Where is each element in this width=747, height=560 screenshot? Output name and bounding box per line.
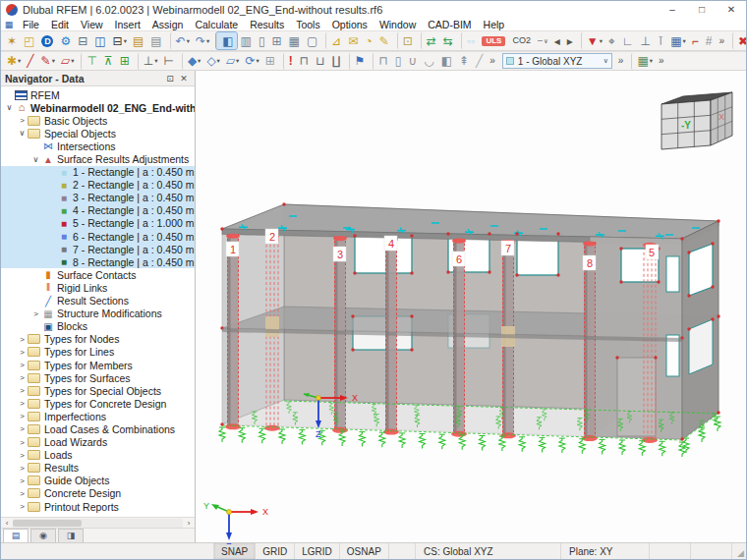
close-icon[interactable]: ✕ — [177, 74, 191, 84]
tree-expander-icon[interactable]: > — [17, 451, 28, 460]
tree-item[interactable]: > Types for Special Objects — [1, 384, 195, 397]
snap-toggle[interactable]: OSNAP — [340, 543, 389, 559]
tree-expander-icon[interactable]: > — [17, 116, 28, 125]
menu-item[interactable]: Window — [374, 19, 422, 30]
tree-item[interactable]: > Basic Objects — [1, 114, 195, 127]
toolbar-button[interactable]: ✎ — [377, 32, 392, 49]
tree-expander-icon[interactable]: > — [17, 502, 28, 511]
tree-item[interactable]: ■ 3 - Rectangle | a : 0.450 m | b : 0.45… — [1, 192, 195, 204]
toolbar-button[interactable]: ▼ ▾ — [581, 32, 604, 49]
toolbar-button[interactable]: ✉ — [346, 32, 361, 49]
tree-expander-icon[interactable]: ∨ — [17, 129, 28, 138]
scroll-left-icon[interactable]: ‹ — [1, 519, 13, 528]
toolbar-button[interactable]: ╱ — [474, 53, 486, 70]
scrollbar-thumb[interactable] — [13, 520, 82, 527]
navigator-tab[interactable]: ▤ — [3, 529, 29, 542]
toolbar-button[interactable]: ULS — [480, 32, 508, 49]
menu-item[interactable]: Tools — [290, 19, 326, 30]
menu-item[interactable]: Insert — [109, 19, 146, 30]
view-cube[interactable]: -Y X — [661, 92, 732, 149]
toolbar-button[interactable]: ⚑ — [349, 53, 369, 70]
toolbar-button[interactable]: ⇞ — [457, 53, 472, 70]
menu-item[interactable]: Help — [478, 19, 511, 30]
menu-item[interactable]: Results — [244, 19, 290, 30]
tree-item[interactable]: ▣ Blocks — [1, 320, 195, 333]
model-viewport[interactable]: 1 2 3 4 5 6 7 8 X — [196, 71, 746, 542]
tree-expander-icon[interactable]: > — [17, 361, 28, 369]
toolbar-button[interactable]: ⊔ — [314, 53, 327, 70]
tree-item[interactable]: > Types for Nodes — [1, 333, 195, 346]
tree-item[interactable]: ∨ ⌂ Webinarmodell 02_ENG_End-without res… — [1, 101, 195, 114]
tree-item[interactable]: > Types for Members — [1, 359, 195, 371]
tree-item[interactable]: ■ 6 - Rectangle | a : 0.450 m | b : 0.45… — [1, 230, 195, 243]
tree-expander-icon[interactable]: ∨ — [30, 155, 41, 164]
toolbar-button[interactable]: ▦ — [287, 32, 303, 49]
toolbar-button[interactable]: ▱ ▾ — [224, 53, 242, 70]
toolbar-button[interactable]: » — [488, 53, 498, 70]
tree-item[interactable]: ■ 7 - Rectangle | a : 0.450 m | b : 0.45… — [1, 243, 195, 255]
tree-expander-icon[interactable]: > — [17, 348, 28, 357]
tree-item[interactable]: ■ 2 - Rectangle | a : 0.450 m | b : 0.45… — [1, 179, 195, 192]
toolbar-button[interactable]: ⊢ — [161, 53, 176, 70]
tree-item[interactable]: > Concrete Design — [1, 487, 195, 500]
toolbar-button[interactable]: ▦ ▾ — [631, 53, 655, 70]
tree-item[interactable]: ∨ Special Objects — [1, 127, 195, 140]
toolbar-button[interactable]: ∪ — [406, 53, 420, 70]
tree-item[interactable]: > Types for Concrete Design — [1, 397, 195, 410]
menu-item[interactable]: Assign — [146, 19, 190, 30]
toolbar-button[interactable]: » — [616, 53, 627, 70]
menu-item[interactable]: Edit — [45, 19, 75, 30]
toolbar-button[interactable]: ✖ — [732, 32, 746, 49]
menu-item[interactable]: View — [75, 19, 109, 30]
snap-toggle[interactable]: GRID — [256, 543, 295, 559]
toolbar-button[interactable]: ▯ — [257, 32, 268, 49]
toolbar-button[interactable]: ⊞ — [263, 53, 278, 70]
toolbar-button[interactable]: ⊥ ▾ — [138, 53, 160, 70]
toolbar-button[interactable]: ▦ ▾ — [668, 32, 688, 49]
close-button[interactable]: ✕ — [717, 1, 746, 19]
toolbar-button[interactable]: ⊓ — [373, 53, 390, 70]
toolbar-button[interactable]: ◫ — [92, 32, 108, 49]
toolbar-button[interactable]: ◂ — [552, 32, 563, 49]
scroll-right-icon[interactable]: › — [183, 519, 195, 528]
tree-expander-icon[interactable]: > — [30, 309, 41, 318]
tree-item[interactable]: ■ 1 - Rectangle | a : 0.450 m | b : 0.45… — [1, 166, 195, 179]
toolbar-button[interactable]: ✎ ▾ — [39, 53, 57, 70]
toolbar-button[interactable]: CO2 — [510, 32, 534, 49]
tree-item[interactable]: > Imperfections — [1, 410, 195, 422]
navigator-tab[interactable]: ◨ — [58, 529, 84, 542]
toolbar-button[interactable]: ⊼ — [102, 53, 116, 70]
tree-item[interactable]: > ▦ Structure Modifications — [1, 308, 195, 320]
toolbar-button[interactable]: ✶ — [5, 32, 20, 49]
toolbar-button[interactable]: ◔ — [363, 32, 374, 49]
toolbar-button[interactable]: ! — [283, 53, 296, 70]
toolbar-button[interactable]: ⚙ — [58, 32, 74, 49]
toolbar-button[interactable]: ◆ ▾ — [182, 53, 203, 70]
toolbar-button[interactable]: D — [39, 32, 56, 49]
toolbar-button[interactable]: ⟳ ▾ — [243, 53, 260, 70]
tree-expander-icon[interactable]: > — [17, 489, 28, 498]
toolbar-button[interactable]: ✱ ▾ — [5, 53, 23, 70]
menu-item[interactable]: CAD-BIM — [422, 19, 477, 30]
tree-item[interactable]: > Types for Lines — [1, 346, 195, 359]
tree-item[interactable]: RFEM — [1, 88, 195, 101]
tree-item[interactable]: ▮ Surface Contacts — [1, 268, 195, 281]
tree-expander-icon[interactable]: > — [17, 412, 28, 420]
toolbar-button[interactable]: ▥ — [239, 32, 255, 49]
toolbar-button[interactable]: ⊺ — [656, 32, 666, 49]
tree-expander-icon[interactable]: ∨ — [4, 103, 15, 112]
toolbar-button[interactable]: # — [704, 32, 716, 49]
tree-expander-icon[interactable]: > — [17, 424, 28, 433]
tree-expander-icon[interactable]: > — [17, 373, 28, 382]
toolbar-button[interactable]: ⊡ — [397, 32, 416, 49]
toolbar-button[interactable]: ▢ — [305, 32, 320, 49]
tree-expander-icon[interactable]: > — [17, 476, 28, 485]
tree-item[interactable]: > Types for Surfaces — [1, 371, 195, 384]
tree-item[interactable]: ■ 5 - Rectangle | a : 1.000 m | b : 0.25… — [1, 217, 195, 230]
toolbar-button[interactable]: ↶ ▾ — [170, 32, 192, 49]
toolbar-button[interactable]: ⇆ — [441, 32, 456, 49]
toolbar-button[interactable]: ∟ — [620, 32, 637, 49]
tree-item[interactable]: > Guide Objects — [1, 475, 195, 487]
toolbar-button[interactable]: ▫▫ — [461, 32, 479, 49]
menu-item[interactable]: Options — [326, 19, 374, 30]
